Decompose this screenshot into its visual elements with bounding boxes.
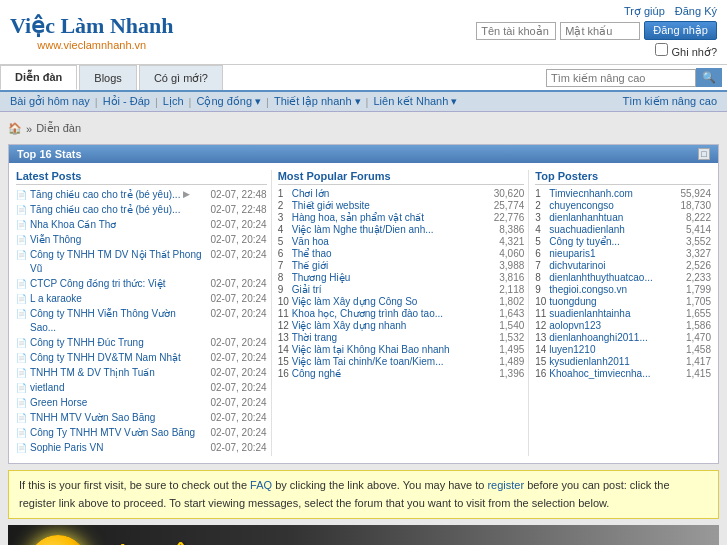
forum-count: 1,396 [482,368,524,379]
advanced-search-link[interactable]: Tìm kiếm nâng cao [623,95,717,107]
poster-link[interactable]: dienlanhthuythuatcao... [549,272,673,283]
poster-link[interactable]: nieuparis1 [549,248,673,259]
forum-link[interactable]: Thương Hiệu [292,272,483,283]
post-icon: 📄 [16,234,27,247]
latest-post-item: 📄 TNHH MTV Vườn Sao Băng 02-07, 20:24 [16,411,267,425]
subnav-quick-setup[interactable]: Thiết lập nhanh ▾ [274,95,361,108]
post-icon: 📄 [16,249,27,262]
forum-link[interactable]: Việc làm Tai chinh/Ke toan/Kiem... [292,356,483,367]
post-icon: 📄 [16,308,27,321]
post-link[interactable]: Công ty TNHH TM DV Nội Thất Phong Vũ [30,248,203,276]
forum-link[interactable]: Công nghề [292,368,483,379]
poster-rank: 15 [535,356,549,367]
tab-forum[interactable]: Diễn đàn [0,65,77,90]
post-link[interactable]: Công ty TNHH DV&TM Nam Nhật [30,351,181,365]
post-link[interactable]: Công ty TNHH Đúc Trung [30,336,144,350]
poster-count: 55,924 [673,188,711,199]
forum-link[interactable]: Chơi lớn [292,188,483,199]
subnav-community[interactable]: Cộng đồng ▾ [196,95,261,108]
post-link[interactable]: Công ty TNHH Viễn Thông Vườn Sao... [30,307,203,335]
post-link[interactable]: L a karaoke [30,292,82,306]
poster-link[interactable]: Công ty tuyển... [549,236,673,247]
help-link[interactable]: Trợ giúp [624,5,665,18]
collapse-icon[interactable]: □ [698,148,710,160]
forum-link[interactable]: Thời trang [292,332,483,343]
forum-count: 22,776 [482,212,524,223]
faq-link[interactable]: FAQ [250,479,272,491]
forum-count: 2,118 [482,284,524,295]
post-link[interactable]: Tăng chiều cao cho trẻ (bé yêu)... [30,203,180,217]
poster-link[interactable]: tuongdung [549,296,673,307]
forum-num: 3 [278,212,292,223]
poster-link[interactable]: suadienlanhtainha [549,308,673,319]
subnav-calendar[interactable]: Lịch [163,95,184,108]
post-icon: 📄 [16,412,27,425]
poster-item: 7 dichvutarinoi 2,526 [535,260,711,271]
search-input[interactable] [546,69,696,87]
register-link[interactable]: Đăng Ký [675,5,717,18]
post-link[interactable]: CTCP Công đồng tri thức: Việt [30,277,165,291]
username-input[interactable] [476,22,556,40]
post-link[interactable]: Tăng chiều cao cho trẻ (bé yêu)... [30,188,180,202]
post-link[interactable]: TNHH MTV Vườn Sao Băng [30,411,155,425]
forum-link[interactable]: Thể thao [292,248,483,259]
post-icon: 📄 [16,278,27,291]
forum-item: 14 Việc làm tại Không Khai Bao nhanh 1,4… [278,344,525,355]
subnav-today[interactable]: Bài gởi hôm nay [10,95,90,108]
post-link[interactable]: vietland [30,381,64,395]
poster-link[interactable]: dienlanhoanghi2011... [549,332,673,343]
poster-item: 13 dienlanhoanghi2011... 1,470 [535,332,711,343]
poster-link[interactable]: aolopvn123 [549,320,673,331]
search-button[interactable]: 🔍 [696,68,722,87]
poster-link[interactable]: dichvutarinoi [549,260,673,271]
latest-post-item: 📄 Công ty TNHH DV&TM Nam Nhật 02-07, 20:… [16,351,267,365]
post-link[interactable]: Nha Khoa Cần Thơ [30,218,116,232]
tab-whats-new[interactable]: Có gì mới? [139,65,223,90]
forum-link[interactable]: Giải trí [292,284,483,295]
forum-link[interactable]: Khoa học, Chương trình đào tao... [292,308,483,319]
poster-link[interactable]: kysudienlanh2011 [549,356,673,367]
forum-count: 3,816 [482,272,524,283]
poster-count: 1,799 [673,284,711,295]
post-link[interactable]: TNHH TM & DV Thịnh Tuấn [30,366,155,380]
latest-post-item: 📄 Công ty TNHH Viễn Thông Vườn Sao... 02… [16,307,267,335]
forum-link[interactable]: Hàng hoa, sản phẩm vật chất [292,212,483,223]
post-link[interactable]: Công Ty TNHH MTV Vườn Sao Băng [30,426,195,440]
forum-link[interactable]: Việc làm Xây dựng Công So [292,296,483,307]
header-links: Trợ giúp Đăng Ký [624,5,717,18]
forum-link[interactable]: Việc làm tại Không Khai Bao nhanh [292,344,483,355]
password-input[interactable] [560,22,640,40]
forum-count: 30,620 [482,188,524,199]
poster-count: 2,526 [673,260,711,271]
poster-item: 14 luyen1210 1,458 [535,344,711,355]
forum-link[interactable]: Việc làm Nghe thuật/Dien anh... [292,224,483,235]
forum-num: 8 [278,272,292,283]
poster-link[interactable]: Timviecnhanh.com [549,188,673,199]
latest-post-item: 📄 vietland 02-07, 20:24 [16,381,267,395]
post-link[interactable]: Viễn Thông [30,233,81,247]
subnav-qa[interactable]: Hỏi - Đáp [103,95,150,108]
login-button[interactable]: Đăng nhập [644,21,717,40]
remember-label[interactable]: Ghi nhớ? [655,43,717,59]
post-date: 02-07, 22:48 [206,188,266,202]
post-link[interactable]: Green Horse [30,396,87,410]
forum-num: 12 [278,320,292,331]
poster-link[interactable]: dienlanhanhtuan [549,212,673,223]
forum-link[interactable]: Thiết giới website [292,200,483,211]
forum-link[interactable]: Thế giới [292,260,483,271]
poster-link[interactable]: thegioi.congso.vn [549,284,673,295]
forum-link[interactable]: Việc làm Xây dựng nhanh [292,320,483,331]
banner[interactable]: TÌM VIỆC NHANH hơn khi post CV cho hàng … [8,525,719,545]
poster-link[interactable]: luyen1210 [549,344,673,355]
register-link[interactable]: register [487,479,524,491]
poster-rank: 9 [535,284,549,295]
remember-checkbox[interactable] [655,43,668,56]
forum-link[interactable]: Văn hoa [292,236,483,247]
poster-link[interactable]: Khoahoc_timviecnha... [549,368,673,379]
poster-link[interactable]: chuyencongso [549,200,673,211]
post-link[interactable]: Sophie Paris VN [30,441,103,455]
poster-link[interactable]: suachuadienlanh [549,224,673,235]
subnav-quick-links[interactable]: Liên kết Nhanh ▾ [373,95,457,108]
latest-post-item: 📄 Công ty TNHH Đúc Trung 02-07, 20:24 [16,336,267,350]
tab-blogs[interactable]: Blogs [79,65,137,90]
